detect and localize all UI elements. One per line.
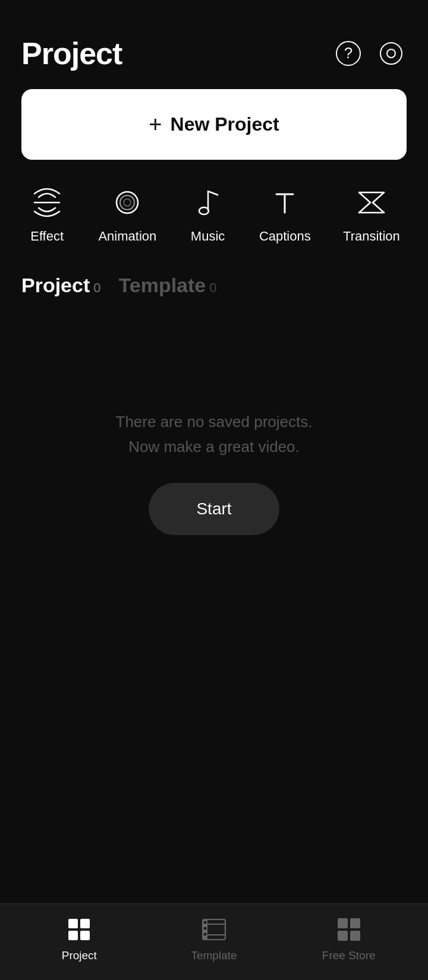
project-nav-icon: [64, 915, 94, 944]
transition-action[interactable]: Transition: [343, 184, 400, 244]
captions-label: Captions: [259, 229, 311, 244]
bottom-nav: Project Template: [0, 903, 428, 980]
tabs: Project 0 Template 0: [0, 262, 428, 303]
quick-actions: Effect Animation Music: [0, 178, 428, 262]
svg-rect-28: [204, 927, 207, 930]
free-store-nav-icon: [334, 915, 364, 944]
tab-template[interactable]: Template 0: [119, 274, 217, 297]
project-tab-count: 0: [93, 280, 100, 296]
free-store-nav-label: Free Store: [322, 949, 376, 962]
captions-icon: [266, 184, 304, 222]
svg-rect-31: [350, 918, 360, 928]
svg-line-9: [208, 191, 218, 195]
tab-project[interactable]: Project 0: [21, 274, 101, 297]
music-icon: [189, 184, 227, 222]
start-button[interactable]: Start: [149, 483, 279, 535]
music-action[interactable]: Music: [189, 184, 227, 244]
page-title: Project: [21, 36, 122, 71]
svg-line-14: [359, 203, 370, 213]
effect-action[interactable]: Effect: [28, 184, 66, 244]
music-label: Music: [191, 229, 225, 244]
effect-icon: [28, 184, 66, 222]
nav-item-template[interactable]: Template: [147, 915, 282, 962]
svg-text:?: ?: [344, 44, 353, 62]
svg-rect-22: [80, 931, 90, 940]
svg-rect-30: [338, 918, 348, 928]
svg-rect-27: [204, 921, 207, 924]
nav-item-project[interactable]: Project: [12, 915, 147, 962]
animation-label: Animation: [98, 229, 156, 244]
effect-label: Effect: [30, 229, 64, 244]
svg-line-16: [373, 203, 384, 213]
project-nav-label: Project: [62, 949, 97, 962]
project-tab-label: Project: [21, 274, 90, 297]
empty-line1: There are no saved projects.: [116, 410, 313, 435]
help-button[interactable]: ?: [333, 38, 364, 69]
template-nav-icon: [199, 915, 229, 944]
empty-state: There are no saved projects. Now make a …: [0, 303, 428, 559]
question-circle-icon: ?: [335, 40, 362, 67]
svg-line-15: [373, 192, 384, 203]
template-tab-count: 0: [209, 280, 216, 296]
animation-icon: [108, 184, 146, 222]
new-project-button[interactable]: + New Project: [21, 89, 407, 160]
transition-icon: [353, 184, 391, 222]
svg-point-6: [120, 195, 134, 210]
svg-rect-21: [68, 931, 78, 940]
header-icons: ?: [333, 38, 407, 69]
svg-rect-20: [80, 919, 90, 928]
nav-item-free-store[interactable]: Free Store: [281, 915, 416, 962]
new-project-label: New Project: [171, 113, 279, 135]
template-tab-label: Template: [119, 274, 206, 297]
svg-rect-29: [204, 933, 207, 935]
svg-point-10: [199, 207, 209, 214]
settings-button[interactable]: [376, 38, 407, 69]
svg-point-7: [124, 199, 131, 206]
svg-rect-19: [68, 919, 78, 928]
svg-point-2: [380, 43, 402, 64]
empty-line2: Now make a great video.: [116, 435, 313, 460]
captions-action[interactable]: Captions: [259, 184, 311, 244]
svg-rect-32: [338, 931, 348, 941]
plus-icon: +: [149, 112, 162, 137]
svg-line-13: [359, 192, 370, 203]
empty-state-text: There are no saved projects. Now make a …: [116, 410, 313, 459]
svg-rect-33: [350, 931, 360, 941]
template-nav-label: Template: [191, 949, 237, 962]
svg-point-3: [387, 49, 395, 58]
header: Project ?: [0, 0, 428, 83]
settings-icon: [377, 40, 405, 67]
animation-action[interactable]: Animation: [98, 184, 156, 244]
transition-label: Transition: [343, 229, 400, 244]
